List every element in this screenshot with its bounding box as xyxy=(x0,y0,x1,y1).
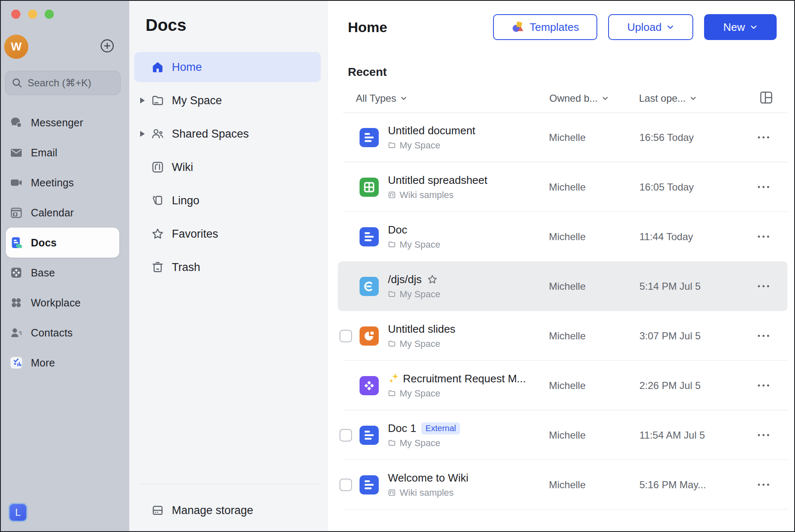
file-name-cell: Untitled document My Space xyxy=(388,124,549,151)
rail-item-more[interactable]: More xyxy=(1,348,129,378)
panel-item-home[interactable]: Home xyxy=(134,52,321,82)
row-checkbox[interactable] xyxy=(340,479,352,491)
search-bar[interactable] xyxy=(5,71,121,95)
panel-item-lingo[interactable]: Lingo xyxy=(134,186,321,216)
panel-item-my-space[interactable]: My Space xyxy=(134,85,321,115)
file-last-opened: 3:07 PM Jul 5 xyxy=(639,330,742,342)
zoom-window-button[interactable] xyxy=(45,10,54,19)
chevron-down-icon xyxy=(400,95,407,102)
more-actions-icon[interactable] xyxy=(757,183,770,191)
file-location: My Space xyxy=(400,239,440,250)
file-row[interactable]: /djs/djs My Space Michelle 5:14 PM Jul 5 xyxy=(338,261,787,311)
email-icon xyxy=(10,146,23,159)
storage-icon xyxy=(151,504,164,517)
row-checkbox[interactable] xyxy=(340,330,352,342)
panel-item-wiki[interactable]: Wiki xyxy=(134,152,321,182)
home-icon xyxy=(151,60,164,74)
rail-item-label: Base xyxy=(31,267,55,279)
manage-storage-button[interactable]: Manage storage xyxy=(134,495,321,525)
file-name-cell: Doc 1 External My Space xyxy=(388,422,549,449)
rail-item-workplace[interactable]: Workplace xyxy=(1,288,129,318)
folder-small-icon xyxy=(388,290,396,298)
file-last-opened: 2:26 PM Jul 5 xyxy=(639,380,742,391)
file-location: Wiki samples xyxy=(400,487,454,498)
external-badge: External xyxy=(421,422,460,434)
panel-item-shared-spaces[interactable]: Shared Spaces xyxy=(134,119,321,149)
file-name: Untitled spreadsheet xyxy=(388,174,487,187)
file-row[interactable]: Untitled document My Space Michelle 16:5… xyxy=(338,113,787,162)
row-actions-cell xyxy=(742,480,787,489)
more-actions-icon[interactable] xyxy=(757,381,770,390)
upload-button[interactable]: Upload xyxy=(608,14,693,40)
rail-item-base[interactable]: Base xyxy=(1,258,129,288)
file-location: My Space xyxy=(400,140,440,151)
star-icon xyxy=(151,227,164,241)
dock-badge[interactable]: L xyxy=(8,503,28,522)
file-name-cell: /djs/djs My Space xyxy=(388,273,549,300)
rail-item-calendar[interactable]: 8 Calendar xyxy=(1,198,129,228)
row-actions-cell xyxy=(742,282,787,291)
wiki-icon xyxy=(151,161,164,174)
row-checkbox-cell xyxy=(340,330,360,342)
panel-item-favorites[interactable]: Favorites xyxy=(134,219,321,249)
file-row[interactable]: Welcome to Wiki Wiki samples Michelle 5:… xyxy=(338,460,787,509)
expand-caret-icon[interactable] xyxy=(140,131,151,137)
file-location: Wiki samples xyxy=(400,190,454,201)
more-actions-icon[interactable] xyxy=(757,480,770,489)
rail-item-label: Calendar xyxy=(31,207,74,219)
file-name: Welcome to Wiki xyxy=(388,472,468,484)
file-name: Untitled document xyxy=(388,124,475,137)
row-checkbox[interactable] xyxy=(340,429,352,442)
minimize-window-button[interactable] xyxy=(28,10,37,19)
add-icon[interactable] xyxy=(100,39,114,53)
chevron-down-icon xyxy=(667,23,674,31)
filter-all-types[interactable]: All Types xyxy=(356,93,407,104)
row-actions-cell xyxy=(742,431,787,439)
rail-item-contacts[interactable]: Contacts xyxy=(1,318,129,348)
more-actions-icon[interactable] xyxy=(757,282,770,291)
grid-view-icon[interactable] xyxy=(759,90,774,105)
rail-item-messenger[interactable]: Messenger xyxy=(1,108,129,138)
docx-lightblue-file-icon xyxy=(360,277,379,296)
panel-footer: Manage storage xyxy=(134,495,321,525)
filter-bar: All Types Owned b... Last ope... xyxy=(328,90,794,109)
templates-button[interactable]: Templates xyxy=(493,14,597,40)
row-checkbox-cell xyxy=(340,479,360,491)
filter-owner-label: Owned b... xyxy=(549,93,598,104)
filter-type-label: All Types xyxy=(356,93,396,104)
rail-item-email[interactable]: Email xyxy=(1,138,129,168)
more-actions-icon[interactable] xyxy=(757,331,770,340)
trash-icon xyxy=(151,261,164,274)
row-actions-cell xyxy=(742,183,787,191)
panel-item-label: Trash xyxy=(172,261,200,274)
file-row[interactable]: Untitled slides My Space Michelle 3:07 P… xyxy=(338,311,787,361)
workplace-icon xyxy=(10,296,23,309)
search-input[interactable] xyxy=(28,77,114,89)
filter-owned-by[interactable]: Owned b... xyxy=(549,93,609,104)
file-row[interactable]: Doc 1 External My Space Michelle 11:54 A… xyxy=(338,410,787,460)
manage-storage-label: Manage storage xyxy=(172,504,253,517)
filter-last-opened[interactable]: Last ope... xyxy=(639,93,697,104)
more-actions-icon[interactable] xyxy=(757,133,770,142)
expand-caret-icon[interactable] xyxy=(140,98,151,103)
rail-item-meetings[interactable]: Meetings xyxy=(1,168,129,198)
app-rail: W Messenger Email Meetings8 Calendar Doc… xyxy=(1,1,129,531)
favorite-star-icon[interactable] xyxy=(427,274,438,285)
more-actions-icon[interactable] xyxy=(757,232,770,241)
file-location: My Space xyxy=(400,388,440,399)
file-row[interactable]: Untitled spreadsheet Wiki samples Michel… xyxy=(338,162,787,212)
avatar[interactable]: W xyxy=(4,35,28,59)
panel-item-trash[interactable]: Trash xyxy=(134,252,321,282)
more-actions-icon[interactable] xyxy=(757,431,770,439)
file-row[interactable]: Recruitment Request M... My Space Michel… xyxy=(338,361,787,410)
chevron-down-icon xyxy=(750,23,757,31)
rail-item-docs[interactable]: Docs xyxy=(6,228,119,258)
rail-menu: Messenger Email Meetings8 Calendar Docs … xyxy=(1,108,129,378)
slides-orange-file-icon xyxy=(360,326,379,346)
close-window-button[interactable] xyxy=(11,10,20,19)
upload-label: Upload xyxy=(627,21,662,34)
new-button[interactable]: New xyxy=(704,14,777,40)
file-row[interactable]: Doc My Space Michelle 11:44 Today xyxy=(338,212,787,261)
panel-divider xyxy=(141,484,319,484)
rail-item-label: More xyxy=(31,357,55,369)
